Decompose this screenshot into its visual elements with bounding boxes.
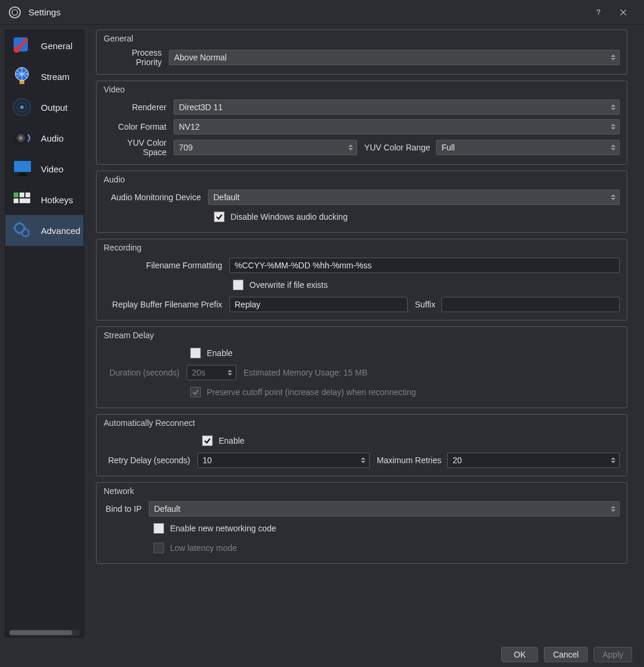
svg-rect-17 [20,193,24,197]
sidebar-item-label: Hotkeys [41,195,73,205]
ok-button[interactable]: OK [501,647,538,662]
color-format-label: Color Format [104,122,174,132]
spinner-icon [608,52,618,63]
max-retries-label: Maximum Retries [377,456,447,465]
preserve-cutoff-checkbox [190,387,201,397]
group-title: Stream Delay [104,331,620,345]
sidebar-item-output[interactable]: Output [5,92,84,123]
sidebar-item-label: General [41,41,72,51]
sidebar-item-label: Audio [41,133,63,143]
sidebar: General Stream Output Audio Video [5,30,84,637]
new-networking-checkbox[interactable] [153,523,164,534]
spinner-icon [608,142,618,153]
settings-content: General Process Priority Above Normal Vi… [84,30,639,637]
spinner-icon [608,121,618,133]
keyboard-icon [9,188,37,211]
svg-rect-19 [14,198,18,203]
estimated-memory-label: Estimated Memory Usage: 15 MB [243,368,367,377]
spinner-icon [608,454,618,466]
spinner-icon [358,454,368,466]
new-networking-label: Enable new networking code [170,524,276,533]
sidebar-scrollbar[interactable] [9,630,80,636]
replay-prefix-input[interactable] [229,297,408,312]
group-title: Video [104,85,620,99]
svg-rect-6 [20,81,24,84]
sidebar-item-label: Output [41,102,68,113]
bind-ip-select[interactable]: Default [149,501,620,517]
sidebar-item-label: Video [41,164,63,174]
color-space-label: YUV Color Space [104,138,174,157]
retry-delay-spinbox[interactable]: 10 [197,453,370,468]
reconnect-enable-label: Enable [219,436,245,445]
sidebar-item-advanced[interactable]: Advanced [5,215,84,246]
spinner-icon [608,191,618,203]
group-stream-delay: Stream Delay Enable Duration (seconds) 2… [96,326,627,408]
gears-icon [9,219,37,242]
sidebar-item-label: Stream [41,72,69,82]
svg-rect-18 [25,193,30,197]
group-title: Network [104,486,620,501]
sidebar-item-stream[interactable]: Stream [5,61,84,92]
duration-label: Duration (seconds) [104,368,187,377]
svg-rect-21 [14,193,18,197]
filename-formatting-label: Filename Formatting [104,261,229,270]
reconnect-enable-checkbox[interactable] [202,435,213,446]
spinner-icon [225,367,235,379]
disable-ducking-checkbox[interactable] [214,211,225,222]
help-button[interactable]: ? [586,0,611,25]
cancel-button[interactable]: Cancel [544,647,588,662]
titlebar: Settings ? [0,0,644,25]
svg-text:?: ? [597,8,601,17]
spinner-icon [608,503,618,515]
group-auto-reconnect: Automatically Reconnect Enable Retry Del… [96,414,627,476]
color-space-select[interactable]: 709 [174,140,357,155]
sidebar-item-audio[interactable]: Audio [5,123,84,153]
spinner-icon [608,101,618,113]
color-range-label: YUV Color Range [364,143,436,152]
suffix-label: Suffix [415,300,441,309]
dialog-footer: OK Cancel Apply [0,642,644,667]
sidebar-scrollbar-thumb[interactable] [9,630,72,635]
color-range-select[interactable]: Full [436,140,620,155]
overwrite-label: Overwrite if file exists [249,280,328,290]
svg-rect-15 [17,175,28,176]
close-button[interactable] [611,0,636,25]
stream-delay-enable-label: Enable [207,348,233,358]
svg-rect-20 [20,198,30,203]
stream-delay-enable-checkbox[interactable] [190,348,201,358]
overwrite-checkbox[interactable] [233,280,243,290]
globe-icon [9,65,37,88]
max-retries-spinbox[interactable]: 20 [447,453,620,468]
group-audio: Audio Audio Monitoring Device Default Di… [96,171,627,233]
group-title: Automatically Reconnect [104,418,620,432]
monitoring-device-label: Audio Monitoring Device [104,193,208,202]
svg-point-23 [22,229,29,236]
window-title: Settings [28,7,586,17]
group-video: Video Renderer Direct3D 11 Color Format … [96,81,627,165]
sidebar-item-general[interactable]: General [5,30,84,61]
suffix-input[interactable] [441,297,620,312]
retry-delay-label: Retry Delay (seconds) [104,456,197,465]
speaker-icon [9,126,37,150]
renderer-select[interactable]: Direct3D 11 [174,100,620,115]
preserve-cutoff-label: Preserve cutoff point (increase delay) w… [207,387,416,397]
svg-point-12 [19,136,23,140]
broadcast-icon [9,95,37,119]
process-priority-label: Process Priority [104,48,169,67]
group-title: Audio [104,175,620,189]
process-priority-select[interactable]: Above Normal [169,50,620,65]
renderer-label: Renderer [104,102,174,112]
duration-spinbox: 20s [187,365,236,380]
apply-button: Apply [594,647,632,662]
low-latency-label: Low latency mode [170,543,237,553]
sidebar-item-hotkeys[interactable]: Hotkeys [5,184,84,215]
monitor-icon [9,157,37,181]
monitoring-device-select[interactable]: Default [208,190,620,205]
sidebar-item-video[interactable]: Video [5,153,84,184]
low-latency-checkbox [153,543,164,553]
group-title: General [104,34,620,48]
color-format-select[interactable]: NV12 [174,119,620,134]
svg-point-1 [12,9,17,15]
svg-rect-14 [20,173,25,175]
filename-formatting-input[interactable] [229,258,620,273]
